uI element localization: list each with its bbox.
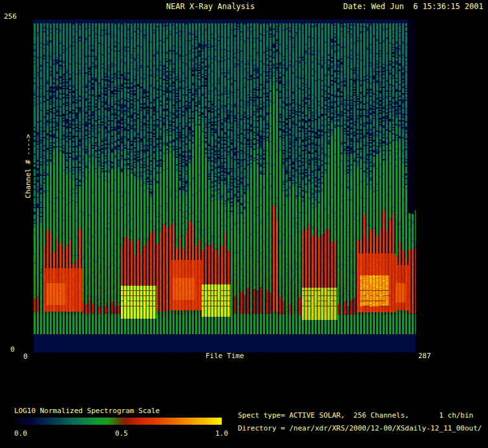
colorbar-tick-mid: 0.5: [115, 430, 128, 438]
app-window: NEAR X-Ray Analysis Date: Wed Jun 6 15:3…: [0, 0, 488, 448]
colorbar-gradient: [14, 418, 222, 425]
y-axis-max-label: 256: [4, 13, 17, 21]
spect-type-line: Spect type= ACTIVE SOLAR, 256 Channels, …: [238, 412, 473, 420]
date-label: Date: Wed Jun 6 15:36:15 2001: [343, 3, 483, 11]
page-title: NEAR X-Ray Analysis: [166, 3, 255, 11]
y-axis-title: Channel # ---->: [24, 134, 32, 198]
directory-line: Directory = /near/xdr/XRS/2000/12-00/XSd…: [238, 425, 482, 432]
colorbar-tick-min: 0.0: [14, 430, 27, 438]
y-axis-min-label: 0: [10, 346, 15, 354]
colorbar-title: LOG10 Normalized Spectrogram Scale: [14, 407, 160, 415]
colorbar-tick-max: 1.0: [215, 430, 228, 438]
x-axis-title: File Time: [206, 352, 244, 360]
spectrogram-canvas: [34, 19, 420, 352]
x-axis-min-label: 0: [23, 353, 28, 361]
x-axis-max-label: 287: [418, 352, 431, 360]
